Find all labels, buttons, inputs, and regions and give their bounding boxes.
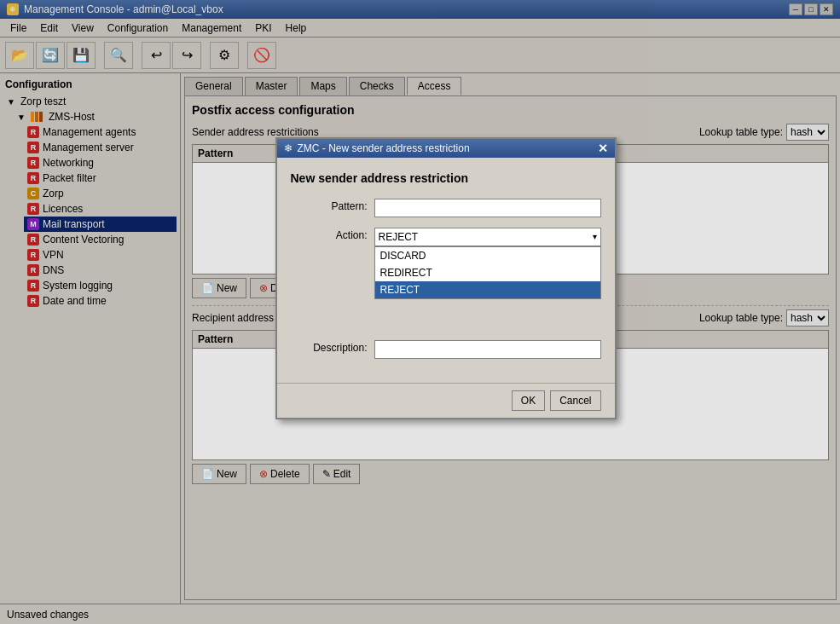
pattern-label: Pattern:: [291, 199, 368, 212]
modal-title-bar: ❄ ZMC - New sender address restriction ✕: [277, 139, 615, 158]
description-row: Description:: [291, 340, 601, 359]
modal-title-text: ZMC - New sender address restriction: [298, 142, 470, 154]
modal-body: New sender address restriction Pattern: …: [277, 158, 615, 383]
modal-ok-button[interactable]: OK: [512, 390, 545, 411]
action-row: Action: REJECT ▾ DISCARD REDIRECT REJECT: [291, 228, 601, 246]
action-label: Action:: [291, 228, 368, 241]
action-dropdown-selected[interactable]: REJECT ▾: [374, 228, 601, 246]
action-option-redirect[interactable]: REDIRECT: [375, 264, 600, 281]
action-selected-value: REJECT: [379, 231, 419, 243]
modal-close-button[interactable]: ✕: [598, 142, 608, 155]
description-control: [374, 340, 601, 359]
pattern-row: Pattern:: [291, 199, 601, 217]
description-input[interactable]: [374, 340, 601, 359]
pattern-input[interactable]: [374, 199, 601, 217]
action-option-discard[interactable]: DISCARD: [375, 247, 600, 264]
action-dropdown-list: DISCARD REDIRECT REJECT: [374, 246, 601, 299]
modal-title-icon: ❄: [284, 142, 293, 154]
modal-heading: New sender address restriction: [291, 171, 601, 185]
dropdown-arrow-icon: ▾: [593, 232, 597, 241]
action-option-reject[interactable]: REJECT: [375, 281, 600, 298]
modal-footer: OK Cancel: [277, 383, 615, 418]
action-dropdown[interactable]: REJECT ▾ DISCARD REDIRECT REJECT: [374, 228, 601, 246]
modal-dialog: ❄ ZMC - New sender address restriction ✕…: [275, 137, 617, 419]
modal-cancel-button[interactable]: Cancel: [550, 390, 600, 411]
pattern-control: [374, 199, 601, 217]
action-control: REJECT ▾ DISCARD REDIRECT REJECT: [374, 228, 601, 246]
modal-overlay: ❄ ZMC - New sender address restriction ✕…: [0, 0, 840, 624]
description-label: Description:: [291, 340, 368, 354]
